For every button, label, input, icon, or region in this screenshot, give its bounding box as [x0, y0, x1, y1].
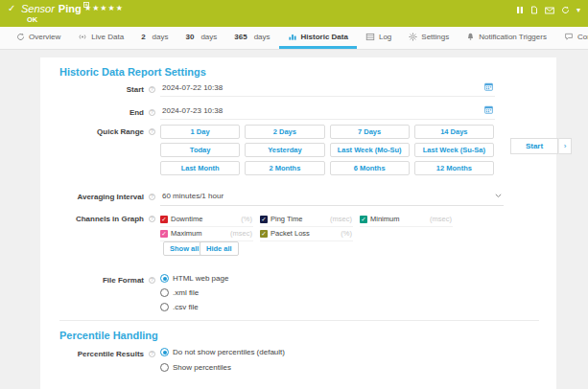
start-date-field[interactable]: 2024-07-22 10:38 — [160, 81, 495, 97]
channel-name: Maximum — [171, 229, 202, 238]
report-icon[interactable] — [530, 6, 538, 14]
info-icon[interactable]: ? — [149, 109, 155, 116]
quick-range-label: Quick Range — [40, 127, 144, 136]
tab-2-days[interactable]: 2days — [132, 27, 176, 49]
chevron-down-icon — [495, 194, 502, 198]
quick-range-row-3: Last Month 2 Months 6 Months 12 Months — [160, 161, 494, 175]
tab-log[interactable]: Log — [357, 27, 400, 49]
percentile-option-show: Show percentiles — [160, 363, 231, 372]
tab-label: Comments — [577, 33, 588, 41]
calendar-icon[interactable] — [484, 105, 493, 114]
quick-range-button[interactable]: Yesterday — [245, 143, 324, 157]
channel-unit: (msec) — [230, 229, 252, 238]
caret-down-icon[interactable]: ▾ — [576, 7, 580, 14]
start-report-control: Start › — [510, 138, 572, 154]
end-label: End — [40, 108, 144, 117]
info-icon[interactable]: ? — [149, 277, 155, 284]
header-action-icons: ▾ — [516, 6, 580, 14]
bar-chart-icon — [288, 33, 297, 41]
radio-label: .xml file — [173, 288, 199, 297]
quick-range-button[interactable]: 7 Days — [330, 125, 410, 139]
channel-minimum: Minimum (msec) — [360, 213, 453, 227]
sensor-status-header: ✓ SensorPing ★★★★★ OK ▾ — [0, 0, 588, 27]
hide-all-button[interactable]: Hide all — [200, 241, 239, 256]
channel-checkbox[interactable] — [260, 230, 268, 238]
radio-button[interactable] — [160, 288, 169, 297]
radio-button[interactable] — [160, 274, 169, 283]
tab-label: Live Data — [91, 33, 124, 41]
refresh-icon[interactable] — [561, 6, 570, 14]
averaging-interval-value: 60 minutes/1 hour — [162, 192, 223, 200]
radio-button[interactable] — [160, 363, 169, 372]
averaging-interval-label: Averaging Interval — [40, 193, 144, 201]
quick-range-button[interactable]: Last Week (Su-Sa) — [414, 143, 494, 157]
quick-range-button[interactable]: 6 Months — [330, 161, 410, 175]
quick-range-button[interactable]: Last Month — [160, 161, 240, 175]
sensor-type-label: Sensor — [21, 3, 55, 14]
email-icon[interactable] — [545, 7, 554, 14]
channel-checkbox[interactable] — [160, 216, 168, 223]
channel-unit: (msec) — [430, 215, 452, 223]
tab-label: Log — [379, 33, 391, 41]
tab-30-days[interactable]: 30days — [177, 27, 226, 49]
channel-name: Packet Loss — [270, 229, 310, 238]
info-icon[interactable]: ? — [149, 216, 155, 222]
channel-name: Ping Time — [270, 215, 302, 223]
channel-ping-time: Ping Time (msec) — [260, 213, 353, 227]
bell-icon — [466, 33, 475, 41]
tab-overview[interactable]: Overview — [8, 27, 69, 49]
quick-range-row-1: 1 Day 2 Days 7 Days 14 Days — [160, 125, 494, 139]
section-title-historic-data: Historic Data Report Settings — [59, 66, 206, 78]
averaging-interval-select[interactable]: 60 minutes/1 hour — [160, 190, 504, 206]
channel-checkbox[interactable] — [160, 230, 168, 238]
tab-comments[interactable]: Comments — [555, 27, 588, 49]
start-label: Start — [40, 85, 144, 94]
calendar-icon[interactable] — [484, 82, 493, 91]
info-icon[interactable]: ? — [149, 351, 155, 357]
quick-range-button[interactable]: 2 Months — [245, 161, 324, 175]
file-format-option-xml: .xml file — [160, 288, 199, 297]
radio-button[interactable] — [160, 303, 169, 311]
info-icon[interactable]: ? — [149, 194, 155, 200]
tab-historic-data[interactable]: Historic Data — [279, 27, 357, 49]
start-button[interactable]: Start — [510, 138, 558, 154]
start-date-value: 2024-07-22 10:38 — [162, 83, 223, 92]
info-icon[interactable]: ? — [149, 86, 155, 93]
radio-label: Show percentiles — [173, 363, 231, 372]
file-format-option-csv: .csv file — [160, 303, 199, 311]
info-icon[interactable]: ? — [149, 128, 155, 135]
quick-range-button[interactable]: 12 Months — [414, 161, 494, 175]
tab-label: Notification Triggers — [479, 33, 547, 41]
tab-365-days[interactable]: 365days — [225, 27, 278, 49]
live-data-icon — [78, 33, 87, 41]
section-divider — [59, 320, 539, 321]
end-date-value: 2024-07-23 10:38 — [162, 106, 223, 115]
channels-grid: Downtime (%) Ping Time (msec) Minimum (m… — [160, 213, 459, 241]
section-title-percentile: Percentile Handling — [59, 330, 158, 341]
tab-label: Settings — [421, 33, 449, 41]
priority-stars[interactable]: ★★★★★ — [84, 4, 124, 12]
sensor-status-text: OK — [27, 15, 37, 24]
radio-button[interactable] — [160, 348, 169, 356]
pause-icon[interactable] — [516, 6, 524, 14]
tab-live-data[interactable]: Live Data — [69, 27, 132, 49]
quick-range-button[interactable]: 2 Days — [245, 125, 324, 139]
tab-bar: Overview Live Data 2days 30days 365days … — [0, 27, 588, 50]
channels-in-graph-label: Channels in Graph — [40, 215, 144, 223]
sensor-title: SensorPing — [21, 2, 89, 14]
sensor-name: Ping — [59, 3, 82, 14]
quick-range-button[interactable]: Today — [160, 143, 240, 157]
settings-panel: Historic Data Report Settings Start ? 20… — [40, 57, 556, 389]
gear-icon — [409, 33, 417, 41]
quick-range-button[interactable]: 1 Day — [160, 125, 240, 139]
channel-checkbox[interactable] — [260, 216, 268, 223]
channel-unit: (msec) — [330, 215, 352, 223]
radio-label: .csv file — [173, 303, 199, 311]
channel-checkbox[interactable] — [360, 216, 367, 223]
end-date-field[interactable]: 2024-07-23 10:38 — [160, 104, 495, 120]
tab-settings[interactable]: Settings — [400, 27, 458, 49]
tab-notification-triggers[interactable]: Notification Triggers — [458, 27, 555, 49]
start-arrow-button[interactable]: › — [558, 138, 572, 154]
quick-range-button[interactable]: Last Week (Mo-Su) — [330, 143, 410, 157]
quick-range-button[interactable]: 14 Days — [414, 125, 494, 139]
